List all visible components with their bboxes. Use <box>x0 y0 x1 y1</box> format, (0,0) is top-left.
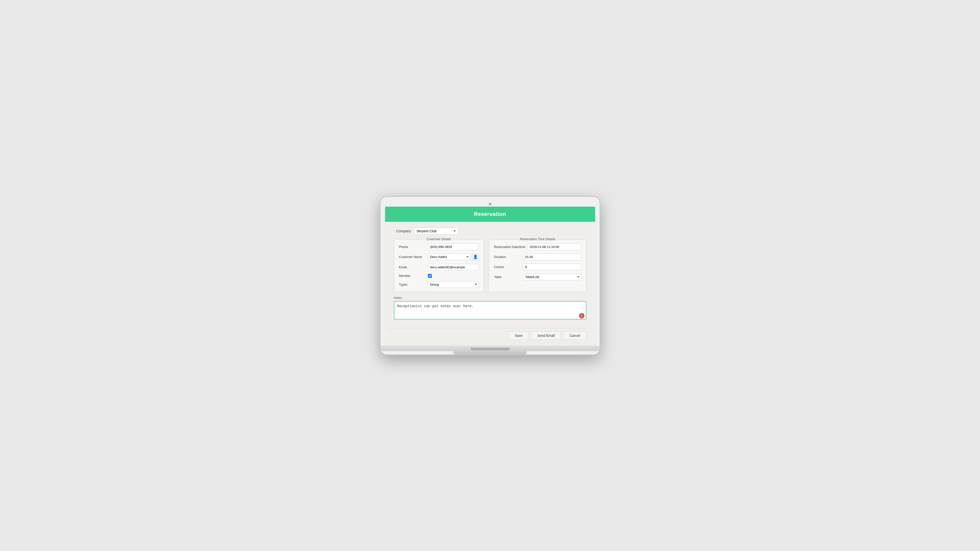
customer-name-row: Customer Name Deco Addict 👤 <box>399 254 479 260</box>
customer-details-panel: Customer Details Phone Customer Name Dec <box>394 240 484 292</box>
dialog-header: Reservation <box>385 206 595 222</box>
company-label: Company <box>394 229 411 233</box>
laptop-base <box>381 346 600 351</box>
covers-input[interactable] <box>523 264 581 270</box>
email-label: Email <box>399 265 426 269</box>
cancel-button[interactable]: Cancel <box>563 332 586 340</box>
company-row: Company Serpent Club <box>394 228 586 235</box>
covers-label: Covers <box>494 265 521 269</box>
member-row: Member <box>399 274 479 278</box>
save-button[interactable]: Save <box>509 332 528 340</box>
reservation-datetime-row: Reservation Date/time <box>494 243 581 250</box>
notes-label: Notes <box>394 296 586 300</box>
notes-section: Notes Receptionist can put notes over he… <box>394 296 586 321</box>
table-row: Table Table9 (8) Table1 (4) Table2 (2) <box>494 274 581 280</box>
email-row: Email <box>399 264 479 270</box>
reservation-datetime-label: Reservation Date/time <box>494 245 526 249</box>
duration-input[interactable] <box>523 254 581 260</box>
reservation-time-legend: Reservation Time Details <box>517 237 558 241</box>
email-input[interactable] <box>428 264 479 270</box>
table-select[interactable]: Table9 (8) Table1 (4) Table2 (2) <box>523 274 581 280</box>
notes-badge: 1 <box>579 313 584 318</box>
company-select[interactable]: Serpent Club <box>414 228 458 235</box>
phone-label: Phone <box>399 245 426 249</box>
laptop-stand <box>453 351 527 354</box>
notes-container: Receptionist can put notes over here. 1 <box>394 301 586 321</box>
phone-input[interactable] <box>428 243 479 250</box>
laptop-frame: Reservation Company Serpent Club Custome… <box>380 196 600 355</box>
dialog-title: Reservation <box>390 211 591 218</box>
laptop-screen: Reservation Company Serpent Club Custome… <box>385 206 595 346</box>
dialog-footer: Save Send Email Cancel <box>385 328 595 346</box>
laptop-camera-bar <box>385 201 595 206</box>
dialog-body: Company Serpent Club Customer Details Ph… <box>385 222 595 328</box>
customer-name-select[interactable]: Deco Addict <box>428 254 471 260</box>
reservation-time-panel: Reservation Time Details Reservation Dat… <box>489 240 586 292</box>
notes-textarea[interactable]: Receptionist can put notes over here. <box>394 301 586 319</box>
dialog-wrapper: Reservation Company Serpent Club Custome… <box>385 206 595 346</box>
types-row: Types Dining Bar Event <box>399 281 479 288</box>
send-email-button[interactable]: Send Email <box>531 332 561 340</box>
reservation-datetime-input[interactable] <box>527 243 581 250</box>
types-select[interactable]: Dining Bar Event <box>428 281 479 288</box>
duration-label: Duration <box>494 255 521 259</box>
member-label: Member <box>399 274 426 278</box>
add-person-icon: 👤 <box>473 254 478 259</box>
laptop-vent <box>471 348 510 351</box>
member-checkbox[interactable] <box>428 274 432 278</box>
covers-row: Covers <box>494 264 581 270</box>
phone-row: Phone <box>399 243 479 250</box>
add-person-button[interactable]: 👤 <box>472 254 479 260</box>
types-label: Types <box>399 283 426 286</box>
customer-name-field-group: Deco Addict 👤 <box>428 254 479 260</box>
table-label: Table <box>494 275 521 279</box>
two-panels: Customer Details Phone Customer Name Dec <box>394 240 586 292</box>
duration-row: Duration <box>494 254 581 260</box>
customer-details-legend: Customer Details <box>424 237 453 241</box>
laptop-camera <box>489 203 492 205</box>
customer-name-label: Customer Name <box>399 255 426 259</box>
